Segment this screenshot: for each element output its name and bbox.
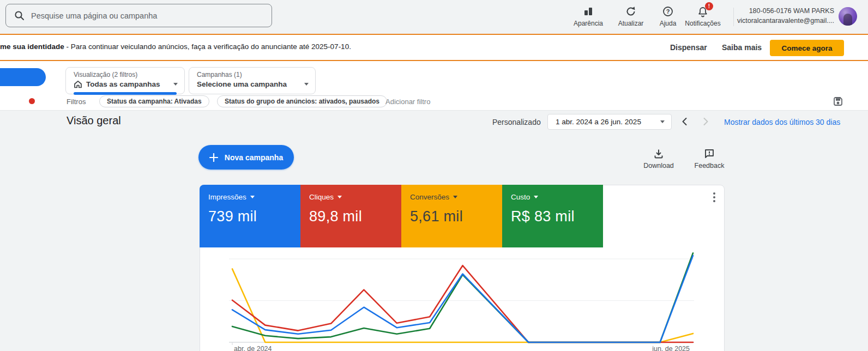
notifications-button[interactable]: ! Notificações [682,5,724,30]
search-input[interactable] [31,11,263,20]
metric-value: R$ 83 mil [511,208,603,225]
metric-card-clicks[interactable]: Cliques 89,8 mil [300,185,401,247]
chevron-down-icon [173,83,178,86]
appearance-icon [583,5,594,18]
add-filter-button[interactable]: Adicionar filtro [385,98,430,106]
help-label: Ajuda [660,20,677,27]
campaign-selector-value: Selecione uma campanha [197,80,287,88]
view-selector-active-underline [74,92,177,95]
metric-cards-row: Impressões 739 mil Cliques 89,8 mil Conv… [200,185,603,247]
metric-card-conversions[interactable]: Conversões 5,61 mil [401,185,502,247]
account-id: 180-056-0176 WAM PARKS [737,6,834,16]
feedback-label: Feedback [695,162,725,170]
refresh-icon [625,5,636,18]
chevron-down-icon [660,120,665,123]
new-campaign-label: Nova campanha [225,153,283,162]
download-icon [653,148,664,159]
account-email: victoralcantaravalente@gmail.... [737,16,834,26]
top-app-bar: Aparência Atualizar ? Ajuda ! Notifi [0,0,868,34]
campaign-selector-label: Campanhas (1) [197,71,309,78]
appearance-button[interactable]: Aparência [567,5,610,30]
previous-period-button[interactable] [680,117,689,126]
metric-label: Cliques [309,193,334,201]
notifications-badge: ! [705,2,713,10]
appearance-label: Aparência [574,20,603,27]
sidebar-selected-item[interactable] [0,68,46,86]
avatar[interactable] [839,7,857,26]
campaign-selector[interactable]: Campanhas (1) Selecione uma campanha [189,67,316,94]
global-search[interactable] [5,4,272,27]
account-info[interactable]: 180-056-0176 WAM PARKS victoralcantarava… [737,6,834,26]
filter-chip-campaign-status[interactable]: Status da campanha: Ativadas [99,95,209,107]
metric-label: Conversões [410,193,449,201]
metric-value: 5,61 mil [410,208,502,225]
search-icon [14,10,25,21]
start-now-button[interactable]: Comece agora [770,40,844,56]
learn-more-button[interactable]: Saiba mais [722,40,762,55]
card-menu-kebab-icon[interactable] [710,191,718,203]
chevron-down-icon [304,83,309,86]
metric-card-cost[interactable]: Custo R$ 83 mil [502,185,603,247]
metric-value: 739 mil [208,208,300,225]
filter-chip-adgroup-status[interactable]: Status do grupo de anúncios: ativados, p… [217,95,387,107]
sidebar-alert-dot [29,98,35,104]
new-campaign-button[interactable]: Nova campanha [198,145,294,170]
dismiss-button[interactable]: Dispensar [670,40,707,55]
view-selector-label: Visualização (2 filtros) [74,71,178,78]
view-selector[interactable]: Visualização (2 filtros) Todas as campan… [65,67,185,94]
show-last-30-days-link[interactable]: Mostrar dados dos últimos 30 dias [724,118,840,126]
chevron-down-icon [453,196,457,198]
feedback-button[interactable]: Feedback [690,148,728,170]
overview-chart [200,240,724,351]
date-range-value: 1 abr. 2024 a 26 jun. 2025 [556,118,641,126]
chevron-down-icon [337,196,342,198]
download-button[interactable]: Download [640,148,678,170]
overview-summary-card: Impressões 739 mil Cliques 89,8 mil Conv… [200,185,725,351]
home-icon [74,80,82,88]
plus-icon [209,153,218,162]
date-mode-label: Personalizado [492,118,541,126]
header-divider [733,8,734,26]
notifications-label: Notificações [685,20,720,27]
refresh-button[interactable]: Atualizar [610,5,652,30]
view-selector-value: Todas as campanhas [86,80,160,88]
banner-message: me sua identidade - Para continuar veicu… [0,43,351,51]
metric-label: Custo [511,193,530,201]
filters-label: Filtros [67,98,86,106]
x-tick-label: jun. de 2025 [629,345,690,351]
chevron-down-icon [250,196,255,198]
metric-label: Impressões [208,193,246,201]
metric-card-impressions[interactable]: Impressões 739 mil [200,185,300,247]
svg-text:?: ? [666,8,670,15]
save-icon[interactable] [833,96,843,107]
refresh-label: Atualizar [618,20,644,27]
banner-message-bold: me sua identidade [0,43,64,51]
banner-message-rest: - Para continuar veiculando anúncios, fa… [64,43,351,51]
page-title: Visão geral [67,114,121,127]
chevron-down-icon [534,196,538,198]
x-tick-label: abr. de 2024 [234,345,272,351]
download-label: Download [643,162,674,170]
feedback-icon [704,148,715,159]
date-range-selector[interactable]: 1 abr. 2024 a 26 jun. 2025 [547,114,672,130]
help-icon: ? [662,5,673,18]
notifications-icon: ! [697,5,708,18]
metric-value: 89,8 mil [309,208,401,225]
next-period-button[interactable] [701,117,710,126]
